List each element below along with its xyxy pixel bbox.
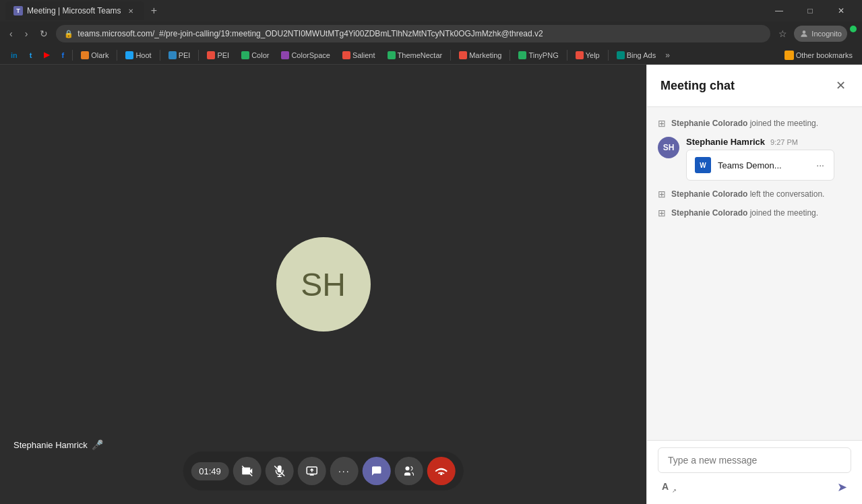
bookmark-divider2 <box>117 50 117 61</box>
end-call-button[interactable] <box>427 457 456 485</box>
system-message-1: ⊞ Stephanie Colorado joined the meeting. <box>658 118 851 129</box>
tab-close-button[interactable]: ✕ <box>125 5 136 16</box>
more-actions-button[interactable]: ··· <box>330 457 359 485</box>
bookmark-twitter[interactable]: t <box>24 50 38 61</box>
bookmark-linkedin[interactable]: in <box>5 50 23 61</box>
participant-avatar: SH <box>276 237 371 332</box>
lock-icon: 🔒 <box>64 30 73 38</box>
chat-title: Meeting chat <box>660 79 735 93</box>
chat-input[interactable] <box>658 447 851 473</box>
back-button[interactable]: ‹ <box>5 26 17 42</box>
nav-actions: ☆ Incognito <box>774 26 857 42</box>
other-bookmarks[interactable]: Other bookmarks <box>780 49 857 61</box>
bookmark-tinypng[interactable]: TinyPNG <box>513 50 563 61</box>
message-time: 9:27 PM <box>770 138 798 146</box>
input-tools: A ↗ <box>659 478 679 497</box>
forward-button[interactable]: › <box>21 26 32 42</box>
bookmark-button[interactable]: ☆ <box>774 26 791 42</box>
content-area: SH 01:49 <box>0 65 862 504</box>
bookmark-color[interactable]: Color <box>236 50 274 61</box>
attachment-more-button[interactable]: ··· <box>815 158 826 172</box>
active-tab[interactable]: T Meeting | Microsoft Teams ✕ <box>5 1 144 20</box>
bookmark-divider3 <box>160 50 160 61</box>
chat-button[interactable] <box>363 457 391 485</box>
tab-area: T Meeting | Microsoft Teams ✕ + <box>5 1 161 20</box>
bookmark-themenectar[interactable]: ThemeNectar <box>382 50 448 61</box>
window-controls: — □ ✕ <box>764 0 857 22</box>
bookmark-divider7 <box>567 50 567 61</box>
close-chat-button[interactable]: ✕ <box>833 75 849 96</box>
message-row-1: SH Stephanie Hamrick 9:27 PM W Teams Dem… <box>658 137 851 181</box>
system-icon-1: ⊞ <box>658 118 666 129</box>
maximize-button[interactable]: □ <box>795 0 826 22</box>
mic-off-icon: 🎤 <box>92 439 103 450</box>
bookmark-youtube[interactable]: ▶ <box>38 49 55 61</box>
incognito-badge: Incognito <box>794 26 847 42</box>
system-text-3: Stephanie Colorado joined the meeting. <box>671 208 818 218</box>
mute-button[interactable] <box>266 457 294 485</box>
bookmark-divider5 <box>450 50 451 61</box>
system-text-2: Stephanie Colorado left the conversation… <box>671 189 824 199</box>
message-sender: Stephanie Hamrick <box>686 137 765 147</box>
file-name: Teams Demon... <box>718 160 808 170</box>
bookmark-pei1[interactable]: PEI <box>163 50 196 61</box>
bookmarks-bar: in t ▶ f Olark Hoot PEI PEI <box>0 46 862 65</box>
nav-bar: ‹ › ↻ 🔒 teams.microsoft.com/_#/pre-join-… <box>0 22 862 46</box>
system-icon-3: ⊞ <box>658 208 666 218</box>
format-text-button[interactable]: A ↗ <box>659 478 679 497</box>
svg-point-4 <box>406 466 410 470</box>
chat-input-area: A ↗ ➤ <box>647 440 862 504</box>
address-bar[interactable]: 🔒 teams.microsoft.com/_#/pre-join-callin… <box>56 25 770 42</box>
url-text: teams.microsoft.com/_#/pre-join-calling/… <box>78 29 762 38</box>
system-text-1: Stephanie Colorado joined the meeting. <box>671 119 818 128</box>
system-message-3: ⊞ Stephanie Colorado joined the meeting. <box>658 208 851 218</box>
reload-button[interactable]: ↻ <box>36 26 52 42</box>
bookmark-marketing[interactable]: Marketing <box>454 50 507 61</box>
bookmark-olark[interactable]: Olark <box>75 50 114 61</box>
bookmark-pei2[interactable]: PEI <box>202 50 235 61</box>
extension-dot <box>850 26 857 32</box>
chat-panel: Meeting chat ✕ ⊞ Stephanie Colorado join… <box>646 65 862 504</box>
avatar-initials: SH <box>301 266 346 303</box>
browser-frame: T Meeting | Microsoft Teams ✕ + — □ ✕ ‹ … <box>0 0 862 504</box>
message-header: Stephanie Hamrick 9:27 PM <box>686 137 851 147</box>
participant-name: Stephanie Hamrick <box>13 440 88 450</box>
video-area: SH 01:49 <box>0 65 646 504</box>
new-tab-button[interactable]: + <box>147 3 161 18</box>
svg-point-0 <box>803 30 806 34</box>
word-icon: W <box>695 157 711 173</box>
video-toggle-button[interactable] <box>233 457 261 485</box>
tab-favicon: T <box>13 6 23 15</box>
call-controls: 01:49 <box>183 451 464 491</box>
bookmark-colorspace[interactable]: ColorSpace <box>276 50 335 61</box>
title-bar: T Meeting | Microsoft Teams ✕ + — □ ✕ <box>0 0 862 22</box>
system-message-2: ⊞ Stephanie Colorado left the conversati… <box>658 189 851 199</box>
chat-header: Meeting chat ✕ <box>647 65 862 107</box>
bookmark-divider <box>72 50 73 61</box>
participants-button[interactable] <box>395 457 423 485</box>
minimize-button[interactable]: — <box>764 0 795 22</box>
chat-input-footer: A ↗ ➤ <box>658 473 851 497</box>
bookmark-divider8 <box>608 50 609 61</box>
message-content: Stephanie Hamrick 9:27 PM W Teams Demon.… <box>686 137 851 181</box>
bookmark-divider4 <box>198 50 199 61</box>
send-button[interactable]: ➤ <box>834 477 850 497</box>
bookmark-divider6 <box>510 50 510 61</box>
chat-messages: ⊞ Stephanie Colorado joined the meeting.… <box>647 107 862 440</box>
file-attachment[interactable]: W Teams Demon... ··· <box>686 150 834 181</box>
bookmark-bingads[interactable]: Bing Ads <box>611 50 661 61</box>
bookmark-yelp[interactable]: Yelp <box>570 50 605 61</box>
tab-label: Meeting | Microsoft Teams <box>27 6 121 15</box>
bookmark-facebook[interactable]: f <box>56 50 69 61</box>
close-button[interactable]: ✕ <box>826 0 857 22</box>
bookmark-salient[interactable]: Salient <box>337 50 381 61</box>
participant-label: Stephanie Hamrick 🎤 <box>13 439 103 450</box>
share-screen-button[interactable] <box>298 457 326 485</box>
bookmark-hoot[interactable]: Hoot <box>120 50 156 61</box>
incognito-label: Incognito <box>811 30 842 38</box>
system-icon-2: ⊞ <box>658 189 666 199</box>
call-timer: 01:49 <box>191 462 229 480</box>
message-avatar: SH <box>658 137 679 158</box>
